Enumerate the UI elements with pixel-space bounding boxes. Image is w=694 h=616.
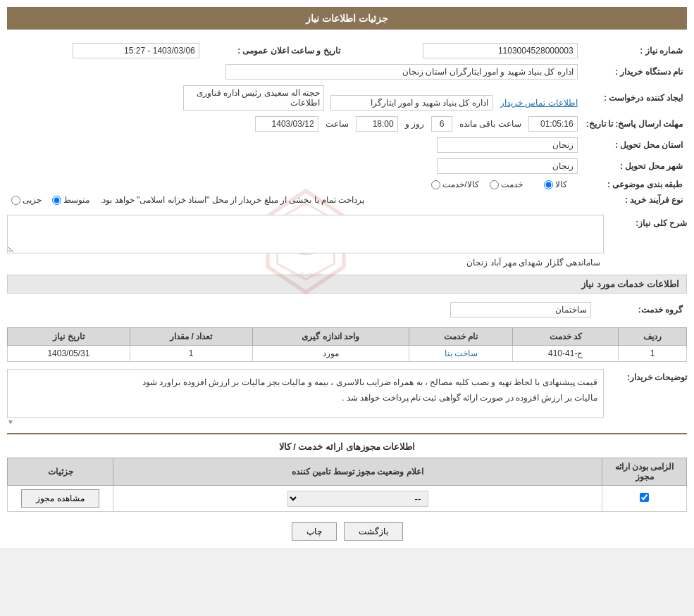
cell-service-code: ج-41-410 (513, 346, 619, 362)
requester-contact-link[interactable]: اطلاعات تماس خریدار (500, 98, 578, 108)
permit-row: -- مشاهده مجوز (8, 486, 687, 512)
response-day-label: روز و (405, 119, 424, 129)
cell-quantity: 1 (130, 346, 252, 362)
announcement-field: 1403/03/06 - 15:27 (73, 43, 199, 58)
row-buyer-org: نام دستگاه خریدار : اداره کل بنیاد شهید … (7, 61, 687, 82)
remaining-time-label: ساعت باقی مانده (459, 119, 521, 129)
category-label: طبقه بندی موضوعی : (582, 177, 687, 192)
col-need-date: تاریخ نیاز (8, 328, 130, 346)
service-group-table: گروه خدمت: ساختمان (7, 299, 687, 320)
cell-service-name[interactable]: ساخت بنا (409, 346, 513, 362)
service-group-label: گروه خدمت: (595, 299, 687, 320)
buyer-org-label: نام دستگاه خریدار : (582, 61, 687, 82)
category-kala[interactable]: کالا (544, 180, 567, 189)
permit-details-cell: مشاهده مجوز (8, 486, 113, 512)
purchase-type-mottavasset[interactable]: متوسط (52, 195, 89, 205)
purchase-type-desc: پرداخت تمام یا بخشی از مبلغ خریدار از مح… (100, 195, 364, 205)
print-button[interactable]: چاپ (292, 522, 337, 541)
col-service-name: نام خدمت (409, 328, 513, 346)
permit-col-required: الزامی بودن ارائه مجوز (602, 458, 687, 486)
need-desc-container: AnaLender ساماندهی گلزار شهدای مهر آباد … (7, 215, 604, 268)
remaining-time-field: 01:05:16 (528, 116, 578, 132)
response-time-field: 18:00 (356, 116, 398, 132)
buyer-org-value: اداره کل بنیاد شهید و امور ایثارگران است… (7, 61, 582, 82)
row-delivery-city: شهر محل تحویل : زنجان (7, 156, 687, 177)
buyer-desc-label: توضیحات خریدار: (609, 369, 687, 382)
col-unit: واحد اندازه گیری (252, 328, 409, 346)
purchase-type-label: نوع فرآیند خرید : (582, 192, 687, 208)
requester-label: ایجاد کننده درخواست : (582, 82, 687, 113)
category-kala-khedmat[interactable]: کالا/خدمت (431, 180, 478, 189)
announcement-value: 1403/03/06 - 15:27 (7, 40, 204, 61)
col-row-num: ردیف (619, 328, 687, 346)
page-header: جزئیات اطلاعات نیاز (7, 7, 687, 30)
delivery-city-label: شهر محل تحویل : (582, 156, 687, 177)
purchase-type-jozi[interactable]: جزیی (11, 195, 42, 205)
buyer-desc-text: قیمت پیشنهادی با لحاظ تهیه و نصب کلیه مص… (7, 369, 604, 418)
permit-table-header: الزامی بودن ارائه مجوز اعلام وضعیت مجوز … (8, 458, 687, 486)
cell-unit: مورد (252, 346, 409, 362)
permit-col-details: جزئیات (8, 458, 113, 486)
permit-status-cell: -- (113, 486, 602, 512)
col-quantity: تعداد / مقدار (130, 328, 252, 346)
need-desc-textarea[interactable] (7, 215, 604, 253)
back-button[interactable]: بازگشت (344, 522, 403, 541)
requester-org-field: اداره کل بنیاد شهید و امور ایثارگرا (330, 95, 492, 111)
delivery-city-value: زنجان (7, 156, 582, 177)
category-khedmat-label: خدمت (501, 180, 523, 189)
permit-required-checkbox[interactable] (640, 493, 649, 502)
row-need-number: شماره نیاز : 1103004528000003 تاریخ و سا… (7, 40, 687, 61)
service-group-row: گروه خدمت: ساختمان (7, 299, 687, 320)
category-khedmat[interactable]: خدمت (490, 180, 523, 189)
service-group-value: ساختمان (7, 299, 595, 320)
services-table-header: ردیف کد خدمت نام خدمت واحد اندازه گیری ت… (8, 328, 687, 346)
permit-table: الزامی بودن ارائه مجوز اعلام وضعیت مجوز … (7, 458, 687, 512)
response-days-field: 6 (431, 116, 452, 132)
row-response-deadline: مهلت ارسال پاسخ: تا تاریخ: 1403/03/12 سا… (7, 113, 687, 134)
response-deadline-value: 1403/03/12 ساعت 18:00 روز و 6 ساعت باقی … (7, 113, 582, 134)
need-desc-wrapper (7, 215, 604, 256)
need-number-field: 1103004528000003 (423, 43, 578, 58)
table-row: 1 ج-41-410 ساخت بنا مورد 1 1403/05/31 (8, 346, 687, 362)
delivery-province-field: زنجان (437, 137, 578, 153)
need-desc-label: شرح کلی نیاز: (609, 215, 687, 228)
response-deadline-label: مهلت ارسال پاسخ: تا تاریخ: (582, 113, 687, 134)
need-number-value: 1103004528000003 (345, 40, 582, 61)
purchase-type-jozi-label: جزیی (23, 195, 42, 205)
category-kala-khedmat-label: کالا/خدمت (442, 180, 478, 189)
button-row: بازگشت چاپ (7, 522, 687, 541)
page-wrapper: جزئیات اطلاعات نیاز شماره نیاز : 1103004… (0, 0, 694, 548)
response-time-label: ساعت (326, 119, 349, 129)
services-section-label: اطلاعات خدمات مورد نیاز (581, 279, 679, 289)
response-date-field: 1403/03/12 (255, 116, 318, 132)
requester-value: اطلاعات تماس خریدار اداره کل بنیاد شهید … (7, 82, 582, 113)
category-kala-label: کالا (555, 180, 567, 189)
announcement-label: تاریخ و ساعت اعلان عمومی : (204, 40, 345, 61)
need-desc-text: ساماندهی گلزار شهدای مهر آباد زنجان (7, 256, 604, 268)
service-group-field: ساختمان (450, 302, 591, 318)
delivery-province-label: استان محل تحویل : (582, 134, 687, 156)
cell-need-date: 1403/05/31 (8, 346, 130, 362)
row-delivery-province: استان محل تحویل : زنجان (7, 134, 687, 156)
buyer-desc-section: توضیحات خریدار: قیمت پیشنهادی با لحاظ ته… (7, 369, 687, 426)
category-options: کالا/خدمت خدمت کالا (7, 177, 582, 192)
permit-section-label: اطلاعات مجوزهای ارائه خدمت / کالا (7, 441, 687, 452)
delivery-province-value: زنجان (7, 134, 582, 156)
requester-name-field: حجته اله سعیدی رئیس اداره فناوری اطلاعات (183, 85, 324, 111)
permit-required-cell (602, 486, 687, 512)
buyer-desc-container: قیمت پیشنهادی با لحاظ تهیه و نصب کلیه مص… (7, 369, 604, 426)
permit-col-supplier-status: اعلام وضعیت مجوز توسط تامین کننده (113, 458, 602, 486)
info-table: شماره نیاز : 1103004528000003 تاریخ و سا… (7, 40, 687, 208)
delivery-city-field: زنجان (437, 158, 578, 174)
page-title: جزئیات اطلاعات نیاز (306, 13, 388, 24)
services-table: ردیف کد خدمت نام خدمت واحد اندازه گیری ت… (7, 327, 687, 362)
buyer-org-field: اداره کل بنیاد شهید و امور ایثارگران است… (225, 64, 578, 80)
purchase-type-options: متوسط جزیی پرداخت تمام یا بخشی از مبلغ خ… (7, 192, 582, 208)
need-desc-section: شرح کلی نیاز: AnaLender ساماندهی گلزار ش… (7, 215, 687, 268)
row-category: طبقه بندی موضوعی : کالا/خدمت خدمت کالا (7, 177, 687, 192)
view-permit-button[interactable]: مشاهده مجوز (21, 489, 99, 508)
row-requester: ایجاد کننده درخواست : اطلاعات تماس خریدا… (7, 82, 687, 113)
permit-status-select[interactable]: -- (287, 491, 428, 507)
need-number-label: شماره نیاز : (582, 40, 687, 61)
services-section-header: اطلاعات خدمات مورد نیاز (7, 275, 687, 294)
